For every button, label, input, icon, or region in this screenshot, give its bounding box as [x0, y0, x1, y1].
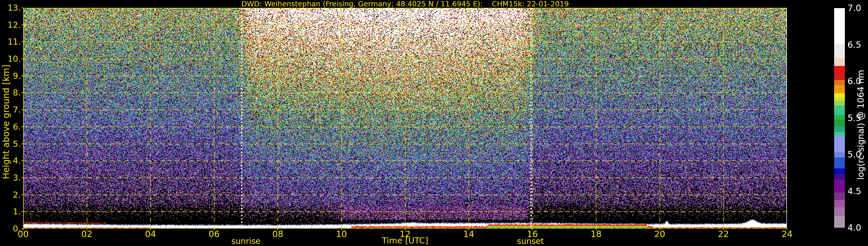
- x-tick-mark: [659, 228, 660, 230]
- y-tick-label: 12.: [0, 21, 21, 29]
- x-tick-label: 04: [137, 229, 163, 239]
- x-tick-mark: [723, 228, 724, 230]
- y-tick-label: 11.: [0, 37, 21, 46]
- x-tick-mark: [277, 228, 278, 230]
- y-tick-mark: [22, 228, 23, 229]
- y-tick-label: 2.: [0, 190, 21, 199]
- x-tick-label: 18: [583, 229, 609, 239]
- y-tick-label: 9.: [0, 71, 21, 80]
- y-tick-mark: [22, 126, 23, 127]
- colorbar: [834, 8, 845, 228]
- x-tick-label: 10: [329, 229, 354, 239]
- y-tick-label: 8.: [0, 88, 21, 97]
- y-tick-mark: [22, 92, 23, 93]
- y-tick-mark: [22, 7, 23, 8]
- x-tick-label: 00: [10, 229, 36, 239]
- y-tick-mark: [22, 58, 23, 59]
- y-tick-mark: [22, 160, 23, 161]
- y-tick-mark: [22, 144, 23, 144]
- x-tick-mark: [405, 228, 405, 230]
- colorbar-tick-label: 7.0: [847, 4, 868, 12]
- sunset-annotation: sunset: [507, 237, 554, 246]
- y-tick-label: 13.: [0, 3, 21, 12]
- y-tick-mark: [22, 177, 23, 178]
- sunrise-annotation: sunrise: [223, 237, 269, 246]
- y-tick-label: 4.: [0, 156, 21, 165]
- x-tick-mark: [87, 228, 87, 230]
- x-tick-label: 14: [456, 229, 482, 239]
- x-tick-label: 24: [774, 229, 800, 239]
- x-tick-label: 12: [392, 229, 418, 239]
- y-tick-label: 1.: [0, 207, 21, 216]
- y-tick-label: 3.: [0, 173, 21, 182]
- chart-title: DWD: Weihenstephan (Freising, Germany; 4…: [23, 0, 787, 8]
- y-tick-mark: [22, 211, 23, 212]
- x-tick-label: 20: [647, 229, 673, 239]
- x-tick-mark: [341, 228, 342, 230]
- y-tick-mark: [22, 194, 23, 195]
- x-tick-mark: [596, 228, 596, 230]
- x-tick-mark: [787, 228, 787, 230]
- y-tick-mark: [22, 25, 23, 25]
- x-tick-label: 02: [74, 229, 100, 239]
- x-tick-mark: [150, 228, 151, 230]
- x-tick-mark: [532, 228, 533, 230]
- x-tick-mark: [214, 228, 214, 230]
- y-tick-label: 7.: [0, 105, 21, 114]
- y-tick-mark: [22, 75, 23, 76]
- x-tick-mark: [468, 228, 469, 230]
- ceilometer-figure: DWD: Weihenstephan (Freising, Germany; 4…: [0, 0, 868, 246]
- y-tick-label: 10.: [0, 54, 21, 63]
- colorbar-label: log(rc-signal) @ 1064 nm: [856, 24, 865, 226]
- y-tick-label: 6.: [0, 122, 21, 131]
- y-tick-label: 5.: [0, 140, 21, 148]
- y-tick-mark: [22, 110, 23, 110]
- heatmap-canvas: [23, 8, 787, 228]
- x-tick-label: 22: [710, 229, 736, 239]
- y-tick-mark: [22, 41, 23, 42]
